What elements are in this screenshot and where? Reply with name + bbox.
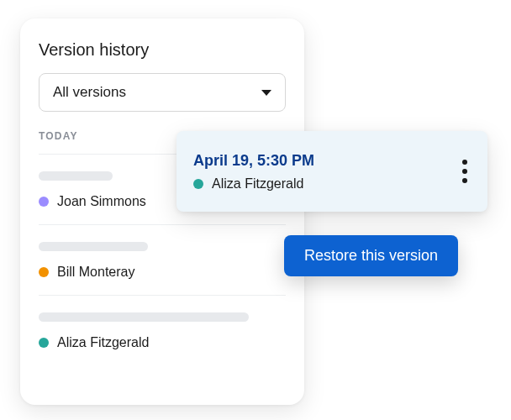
selected-version-timestamp: April 19, 5:30 PM bbox=[193, 152, 471, 170]
author-dot-icon bbox=[39, 197, 49, 207]
author-dot-icon bbox=[39, 267, 49, 277]
version-item[interactable]: Bill Monteray bbox=[39, 224, 286, 295]
selected-version-author-line: Aliza Fitzgerald bbox=[193, 176, 471, 192]
timestamp-placeholder bbox=[39, 171, 113, 181]
panel-title: Version history bbox=[39, 40, 286, 60]
selected-version-author: Aliza Fitzgerald bbox=[212, 176, 303, 192]
kebab-dot-icon bbox=[462, 178, 467, 183]
author-line: Bill Monteray bbox=[39, 265, 286, 280]
dropdown-selected-label: All versions bbox=[53, 84, 126, 101]
author-line: Aliza Fitzgerald bbox=[39, 335, 286, 350]
kebab-dot-icon bbox=[462, 169, 467, 174]
author-name: Bill Monteray bbox=[57, 265, 134, 280]
author-name: Joan Simmons bbox=[57, 194, 146, 209]
author-dot-icon bbox=[193, 179, 203, 189]
restore-version-button[interactable]: Restore this version bbox=[284, 235, 458, 276]
timestamp-placeholder bbox=[39, 242, 148, 251]
version-item[interactable]: Aliza Fitzgerald bbox=[39, 295, 286, 365]
selected-version-card[interactable]: April 19, 5:30 PM Aliza Fitzgerald bbox=[176, 131, 487, 212]
chevron-down-icon bbox=[261, 90, 271, 96]
version-filter-dropdown[interactable]: All versions bbox=[39, 73, 286, 112]
version-history-panel: Version history All versions TODAY Joan … bbox=[20, 18, 304, 405]
author-name: Aliza Fitzgerald bbox=[57, 335, 149, 350]
more-options-button[interactable] bbox=[459, 156, 471, 186]
author-dot-icon bbox=[39, 338, 49, 348]
timestamp-placeholder bbox=[39, 312, 249, 322]
kebab-dot-icon bbox=[462, 160, 467, 165]
